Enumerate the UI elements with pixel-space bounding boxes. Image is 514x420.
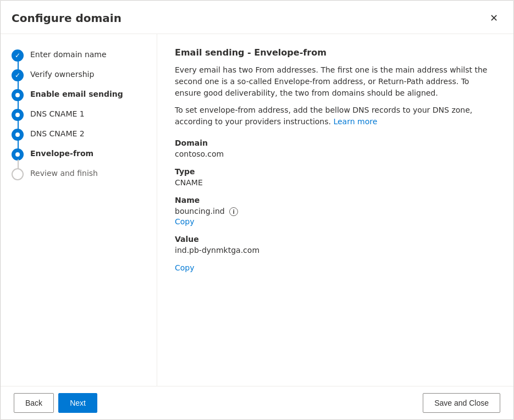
step-label-dns-cname-1: DNS CNAME 1 bbox=[30, 108, 85, 120]
description-2-text: To set envelope-from address, add the be… bbox=[175, 106, 472, 126]
dot-icon-4 bbox=[15, 152, 20, 157]
close-icon: ✕ bbox=[490, 12, 498, 24]
step-indicator-dns-cname-2 bbox=[12, 129, 24, 141]
step-label-envelope-from: Envelope-from bbox=[30, 147, 93, 159]
step-indicator-enable-email bbox=[12, 89, 24, 101]
sidebar-item-envelope-from[interactable]: Envelope-from bbox=[1, 144, 157, 164]
content-description-2: To set envelope-from address, add the be… bbox=[175, 104, 496, 128]
info-icon[interactable]: i bbox=[229, 207, 238, 216]
copy-value-link[interactable]: Copy bbox=[175, 263, 496, 272]
step-label-verify-ownership: Verify ownership bbox=[30, 68, 94, 80]
copy-name-link[interactable]: Copy bbox=[175, 217, 496, 226]
close-button[interactable]: ✕ bbox=[485, 9, 502, 27]
back-button[interactable]: Back bbox=[14, 393, 54, 413]
sidebar-item-enter-domain[interactable]: ✓ Enter domain name bbox=[1, 45, 157, 65]
checkmark-icon: ✓ bbox=[15, 52, 20, 59]
modal-title: Configure domain bbox=[12, 12, 121, 25]
step-label-enter-domain: Enter domain name bbox=[30, 48, 107, 60]
name-value: bouncing.ind bbox=[175, 207, 225, 215]
content-title: Email sending - Envelope-from bbox=[175, 47, 496, 58]
learn-more-link[interactable]: Learn more bbox=[333, 117, 377, 126]
save-close-button[interactable]: Save and Close bbox=[423, 393, 500, 413]
dot-icon-3 bbox=[15, 132, 20, 137]
configure-domain-modal: Configure domain ✕ ✓ Enter domain name ✓ bbox=[0, 0, 514, 420]
value-value: ind.pb-dynmktga.com bbox=[175, 246, 496, 255]
info-section: Domain contoso.com Type CNAME Name bounc… bbox=[175, 139, 496, 272]
sidebar: ✓ Enter domain name ✓ Verify ownership E… bbox=[1, 34, 157, 386]
modal-header: Configure domain ✕ bbox=[1, 1, 513, 34]
sidebar-item-dns-cname-2[interactable]: DNS CNAME 2 bbox=[1, 124, 157, 144]
sidebar-item-review-finish[interactable]: Review and finish bbox=[1, 164, 157, 184]
step-label-dns-cname-2: DNS CNAME 2 bbox=[30, 128, 85, 140]
content-area: Email sending - Envelope-from Every emai… bbox=[157, 34, 513, 386]
next-button[interactable]: Next bbox=[58, 393, 97, 413]
modal-footer: Back Next Save and Close bbox=[1, 386, 513, 419]
step-label-enable-email: Enable email sending bbox=[30, 88, 123, 100]
step-indicator-enter-domain: ✓ bbox=[12, 49, 24, 62]
sidebar-item-enable-email[interactable]: Enable email sending bbox=[1, 85, 157, 104]
name-label: Name bbox=[175, 196, 496, 205]
footer-left-buttons: Back Next bbox=[14, 393, 97, 413]
sidebar-item-verify-ownership[interactable]: ✓ Verify ownership bbox=[1, 65, 157, 85]
modal-body: ✓ Enter domain name ✓ Verify ownership E… bbox=[1, 34, 513, 386]
domain-value: contoso.com bbox=[175, 150, 496, 158]
type-label: Type bbox=[175, 167, 496, 176]
type-value: CNAME bbox=[175, 178, 496, 187]
content-description-1: Every email has two From addresses. The … bbox=[175, 64, 496, 99]
checkmark-icon-2: ✓ bbox=[15, 71, 20, 79]
name-value-container: bouncing.ind i bbox=[175, 207, 496, 216]
dot-icon bbox=[15, 93, 20, 97]
domain-label: Domain bbox=[175, 139, 496, 147]
value-label: Value bbox=[175, 235, 496, 244]
dot-icon-2 bbox=[15, 113, 20, 117]
step-indicator-envelope-from bbox=[12, 148, 24, 161]
step-indicator-verify-ownership: ✓ bbox=[12, 69, 24, 81]
step-indicator-dns-cname-1 bbox=[12, 109, 24, 121]
step-indicator-review-finish bbox=[12, 168, 24, 180]
step-label-review-finish: Review and finish bbox=[30, 167, 98, 179]
sidebar-item-dns-cname-1[interactable]: DNS CNAME 1 bbox=[1, 104, 157, 124]
